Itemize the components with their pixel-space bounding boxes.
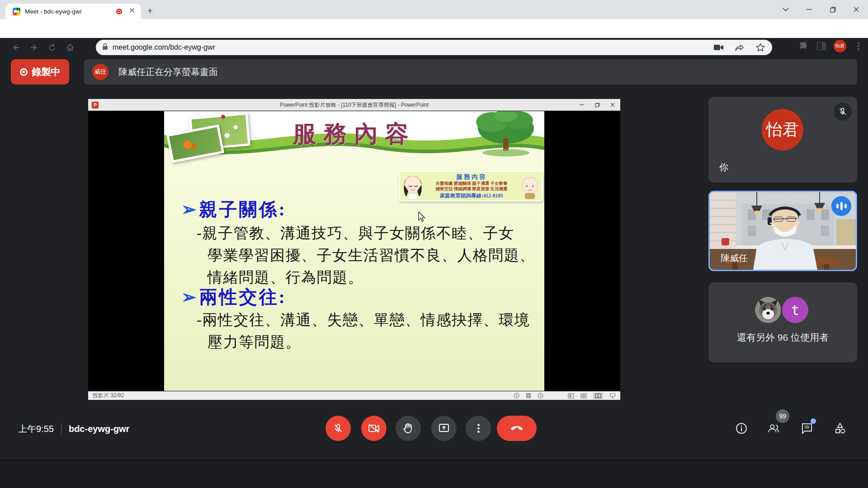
service-banner-title: 服務內容	[424, 173, 519, 181]
slide-canvas: 服務內容 服務內容 夫妻相處 婆媳關係 親子溝通 子女教養 婚前交往 情緒調適 …	[164, 111, 544, 391]
slide-counter: 投影片 32/92	[93, 392, 124, 399]
mouse-cursor	[418, 211, 426, 224]
ppt-window-title: PowerPoint 投影片放映 - [110下班親會宣導簡報] - Power…	[88, 101, 620, 109]
speaking-indicator-icon	[831, 196, 851, 216]
meet-favicon	[13, 8, 20, 15]
ppt-restore-button[interactable]	[590, 99, 605, 111]
cartoon-woman-icon	[402, 173, 424, 199]
window-minimize-button[interactable]	[797, 0, 821, 19]
service-banner-line2: 婚前交往 情緒調適 家庭資源 生活適應	[424, 187, 519, 192]
cartoon-grandma-icon	[519, 173, 540, 199]
section-heading-parent-child: ➢親子關係:	[181, 197, 287, 222]
body-line: 壓力等問題。	[208, 332, 301, 352]
ppt-titlebar: P PowerPoint 投影片放映 - [110下班親會宣導簡報] - Pow…	[88, 99, 620, 111]
share-icon[interactable]	[734, 42, 745, 53]
service-banner-hotline: 家庭教育諮詢專線:412-8185	[424, 192, 519, 199]
forward-button[interactable]	[28, 42, 40, 53]
window-restore-button[interactable]	[821, 0, 844, 19]
browser-menu-icon[interactable]	[853, 40, 864, 52]
participant-count-badge: 99	[776, 409, 789, 423]
mic-muted-icon	[834, 103, 852, 121]
slide-title: 服務內容	[164, 118, 544, 150]
banner-text: 陳威任正在分享螢幕畫面	[118, 66, 218, 78]
bookmark-star-icon[interactable]	[755, 42, 766, 53]
extensions-icon[interactable]	[797, 40, 809, 52]
chat-notification-dot	[811, 418, 816, 424]
ppt-statusbar: 投影片 32/92	[88, 391, 620, 400]
activities-icon[interactable]	[834, 422, 846, 435]
back-button[interactable]	[10, 42, 22, 53]
profile-avatar[interactable]: 怡君	[834, 40, 846, 52]
participant-tile-others[interactable]: t 還有另外 96 位使用者	[708, 282, 857, 362]
arrow-bullet-icon: ➢	[181, 199, 198, 220]
raise-hand-button[interactable]	[396, 416, 421, 441]
window-close-button[interactable]	[844, 0, 868, 19]
pen-menu-icon[interactable]	[526, 393, 531, 399]
home-button[interactable]	[64, 42, 76, 53]
end-call-button[interactable]	[497, 416, 537, 441]
previous-slide-icon[interactable]	[514, 393, 519, 399]
meeting-code: bdc-eywg-gwr	[69, 424, 129, 434]
tab-recording-icon	[116, 9, 122, 14]
tab-close-icon[interactable]: ✕	[127, 7, 137, 16]
body-line: 學業學習困擾、子女生活習慣不良、人格問題、	[208, 245, 535, 266]
address-bar[interactable]: meet.google.com/bdc-eywg-gwr	[96, 40, 772, 55]
new-tab-button[interactable]: +	[144, 5, 156, 18]
screen-share-banner: 威任 陳威任正在分享螢幕畫面	[84, 59, 857, 84]
reload-button[interactable]	[46, 42, 58, 53]
browser-toolbar: meet.google.com/bdc-eywg-gwr 怡君	[0, 19, 868, 38]
chat-icon[interactable]	[801, 422, 813, 435]
service-banner-line1: 夫妻相處 婆媳關係 親子溝通 子女教養	[424, 181, 519, 187]
participant-tile-presenter[interactable]: 陳威任	[708, 191, 857, 271]
meeting-details-icon[interactable]	[735, 422, 748, 435]
presenter-avatar: 威任	[92, 64, 108, 80]
body-line: -兩性交往、溝通、失戀、單戀、情感抉擇、環境	[197, 310, 530, 330]
slideshow-view-icon[interactable]	[609, 393, 616, 399]
more-options-button[interactable]	[466, 416, 491, 441]
participant-tile-self[interactable]: 怡君 你	[708, 97, 857, 183]
arrow-bullet-icon: ➢	[181, 287, 198, 307]
slide-sorter-icon[interactable]	[580, 393, 587, 399]
browser-tabstrip: Meet - bdc-eywg-gwr ✕ +	[0, 0, 868, 19]
https-lock-icon[interactable]	[102, 43, 108, 52]
record-icon	[20, 68, 28, 76]
self-label: 你	[719, 161, 728, 174]
camera-toggle-button[interactable]	[361, 416, 387, 441]
more-participants-label: 還有另外 96 位使用者	[708, 331, 857, 344]
presenter-name: 陳威任	[721, 252, 748, 264]
screen: Meet - bdc-eywg-gwr ✕ +	[0, 0, 868, 488]
mic-toggle-button[interactable]	[326, 416, 351, 441]
normal-view-icon[interactable]	[568, 393, 574, 399]
body-line: -親子管教、溝通技巧、與子女關係不睦、子女	[197, 223, 514, 244]
browser-tab[interactable]: Meet - bdc-eywg-gwr ✕	[5, 4, 141, 19]
side-panel-icon[interactable]	[816, 40, 827, 52]
ppt-close-button[interactable]	[605, 99, 620, 111]
tab-title: Meet - bdc-eywg-gwr	[25, 8, 116, 15]
divider	[61, 423, 61, 435]
windows-taskbar: 22°C 晴時多雲	[0, 460, 868, 488]
self-avatar: 怡君	[762, 109, 803, 150]
tab-search-icon[interactable]	[774, 0, 797, 19]
service-banner: 服務內容 夫妻相處 婆媳關係 親子溝通 子女教養 婚前交往 情緒調適 家庭資源 …	[399, 171, 543, 202]
url-text: meet.google.com/bdc-eywg-gwr	[113, 43, 703, 52]
husky-avatar	[755, 297, 781, 323]
meeting-clock: 上午9:55	[18, 423, 54, 435]
next-slide-icon[interactable]	[538, 393, 543, 399]
reading-view-icon[interactable]	[593, 393, 603, 399]
participants-icon[interactable]	[768, 422, 780, 435]
present-screen-button[interactable]	[431, 416, 457, 441]
section-heading-relationships: ➢兩性交往:	[181, 285, 287, 310]
ppt-minimize-button[interactable]	[574, 99, 590, 111]
camera-permission-icon[interactable]	[713, 42, 724, 53]
recording-label: 錄製中	[32, 66, 61, 78]
recording-indicator: 錄製中	[11, 59, 69, 84]
letter-avatar: t	[781, 296, 810, 324]
